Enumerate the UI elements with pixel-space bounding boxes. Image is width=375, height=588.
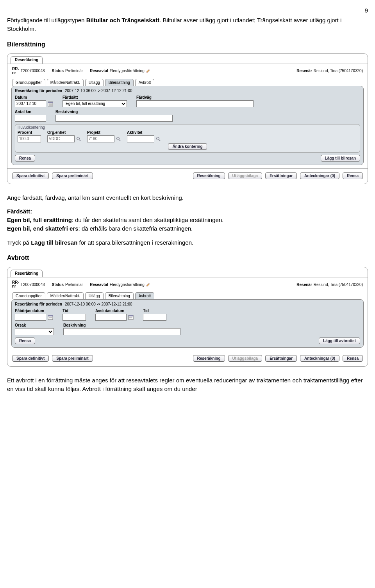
- resenar-label: Resenär: [296, 282, 312, 287]
- tab-reserakning[interactable]: Reseräkning: [11, 270, 43, 277]
- search-icon[interactable]: [76, 137, 81, 141]
- sectionA-para3: Tryck på Lägg till bilresan för att spar…: [7, 238, 368, 247]
- tid2-label: Tid: [143, 309, 166, 313]
- subtab-maltider[interactable]: Måltider/Nattrakt.: [47, 79, 84, 86]
- utlaggsbilaga-button: Utläggsbilaga: [228, 172, 262, 179]
- spara-definitivt-button[interactable]: Spara definitivt: [12, 355, 49, 362]
- sectionA-para1: Ange färdsätt, färdväg, antal km samt ev…: [7, 194, 368, 202]
- beskrivning-input[interactable]: [55, 115, 173, 122]
- subtab-bilersattning[interactable]: Bilersättning: [105, 79, 134, 86]
- paborjas-datum-input[interactable]: [15, 314, 46, 321]
- subtabs: Grunduppgifter Måltider/Nattrakt. Utlägg…: [7, 291, 368, 299]
- reseavtal-value: Flerdygnsförrättning: [110, 282, 145, 287]
- huvudkontering-title: Huvudkontering: [18, 125, 357, 130]
- calendar-icon[interactable]: [128, 314, 134, 320]
- fardsatt-line1-rest: : du får den skattefria samt den skattep…: [72, 217, 224, 223]
- ersattningar-button[interactable]: Ersättningar: [265, 172, 297, 179]
- paborjas-datum-label: Påbörjas datum: [15, 309, 53, 313]
- rensa-button[interactable]: Rensa: [15, 155, 35, 162]
- sectionA-para3-post: för att spara bilersättningen i reseräkn…: [77, 239, 193, 246]
- period-label-text: Reseräkning för perioden: [15, 89, 62, 93]
- header-row: RR- nr T2007000048 Status Preliminär Res…: [7, 64, 368, 77]
- subtab-utlagg[interactable]: Utlägg: [85, 79, 104, 86]
- intro-pre: Förtydligande till utläggstypen: [7, 17, 86, 23]
- header-row: RR- nr T2007000048 Status Preliminär Res…: [7, 277, 368, 291]
- subtab-maltider[interactable]: Måltider/Nattrakt.: [47, 292, 84, 299]
- svg-rect-16: [129, 315, 133, 316]
- status-value: Preliminär: [65, 69, 83, 73]
- subtab-grunduppgifter[interactable]: Grunduppgifter: [12, 79, 45, 86]
- sectionA-para3-pre: Tryck på: [7, 239, 31, 246]
- procent-label: Procent: [18, 130, 41, 135]
- antalkm-input[interactable]: [15, 115, 46, 122]
- subtab-utlagg[interactable]: Utlägg: [85, 292, 104, 299]
- datum-label: Datum: [15, 95, 53, 99]
- svg-line-10: [159, 140, 160, 141]
- aktivitet-input: [127, 135, 154, 142]
- status-value: Preliminär: [65, 282, 83, 287]
- reseavtal-value: Flerdygnsförrättning: [110, 69, 145, 73]
- anteckningar-button[interactable]: Anteckningar (0): [300, 355, 339, 362]
- orsak-label: Orsak: [15, 323, 54, 327]
- subtab-avbrott[interactable]: Avbrott: [135, 292, 155, 299]
- spara-preliminart-button[interactable]: Spara preliminärt: [52, 172, 93, 179]
- fardsatt-select[interactable]: Egen bil, full ersättning: [62, 100, 127, 107]
- status-label: Status: [52, 69, 64, 73]
- fardvag-label: Färdväg: [136, 95, 254, 99]
- rensa-button[interactable]: Rensa: [15, 338, 35, 344]
- period-value: 2007-12-10 06:00 -> 2007-12-12 21:00: [65, 302, 132, 306]
- edit-icon[interactable]: [146, 282, 150, 287]
- ersattningar-button[interactable]: Ersättningar: [265, 355, 297, 362]
- fardsatt-line2-bold: Egen bil, end skattefri ers: [7, 225, 79, 232]
- avslutas-datum-label: Avslutas datum: [95, 309, 134, 313]
- rensa-footer-button[interactable]: Rensa: [343, 172, 363, 179]
- andra-kontering-button[interactable]: Ändra kontering: [168, 143, 207, 150]
- footer-buttons: Spara definitivt Spara preliminärt Reser…: [7, 351, 368, 366]
- projekt-input: [87, 135, 114, 142]
- lagg-till-bilresan-button[interactable]: Lägg till bilresan: [321, 155, 360, 162]
- lagg-till-avbrottet-button[interactable]: Lägg till avbrottet: [319, 338, 360, 344]
- tid2-input[interactable]: [143, 314, 166, 321]
- period-label: Reseräkning för perioden 2007-12-10 06:0…: [15, 302, 360, 306]
- sectionB-paragraph: Ett avbrott i en förrättning måste anges…: [7, 376, 368, 393]
- spara-definitivt-button[interactable]: Spara definitivt: [12, 172, 49, 179]
- avslutas-datum-input[interactable]: [95, 314, 127, 321]
- utlaggsbilaga-button: Utläggsbilaga: [228, 355, 262, 362]
- reserakning-button[interactable]: Reseräkning: [193, 172, 225, 179]
- rensa-footer-button[interactable]: Rensa: [343, 355, 363, 362]
- section-heading-bilersattning: Bilersättning: [7, 41, 368, 48]
- datum-input[interactable]: [15, 100, 46, 107]
- screenshot-avbrott: Reseräkning RR- nr T2007000048 Status Pr…: [7, 267, 368, 367]
- search-icon[interactable]: [116, 137, 121, 141]
- subtab-avbrott[interactable]: Avbrott: [135, 79, 155, 86]
- reserakning-button[interactable]: Reseräkning: [193, 355, 225, 362]
- fardsatt-line1-bold: Egen bil, full ersättning: [7, 217, 72, 223]
- screenshot-bilersattning: Reseräkning RR- nr T2007000048 Status Pr…: [7, 53, 368, 184]
- spara-preliminart-button[interactable]: Spara preliminärt: [52, 355, 93, 362]
- orsak-select[interactable]: [15, 328, 54, 335]
- search-icon[interactable]: [156, 137, 161, 141]
- anteckningar-button[interactable]: Anteckningar (0): [300, 172, 339, 179]
- edit-icon[interactable]: /: [146, 69, 150, 73]
- panel-avbrott: Reseräkning för perioden 2007-12-10 06:0…: [11, 299, 364, 348]
- fardsatt-label: Färdsätt: [62, 95, 127, 99]
- period-label-text: Reseräkning för perioden: [15, 302, 62, 306]
- tid-input[interactable]: [62, 314, 86, 321]
- panel-bilersattning: Reseräkning för perioden 2007-12-10 06:0…: [11, 86, 364, 165]
- svg-rect-1: [48, 102, 53, 103]
- subtab-bilersattning[interactable]: Bilersättning: [105, 292, 134, 299]
- beskrivning-input[interactable]: [63, 328, 180, 335]
- svg-line-8: [119, 140, 120, 141]
- tab-reserakning[interactable]: Reseräkning: [11, 56, 43, 64]
- sectionA-para3-bold: Lägg till bilresan: [31, 239, 77, 246]
- calendar-icon[interactable]: [48, 314, 53, 320]
- rrnr-label: RR- nr: [12, 67, 19, 75]
- section-heading-avbrott: Avbrott: [7, 254, 368, 261]
- procent-input: [18, 135, 41, 142]
- fardvag-input[interactable]: [136, 100, 254, 107]
- sectionA-fardsatt-block: Färdsätt: Egen bil, full ersättning: du …: [7, 207, 368, 233]
- aktivitet-label: Aktivitet: [127, 130, 161, 135]
- subtab-grunduppgifter[interactable]: Grunduppgifter: [12, 292, 45, 299]
- calendar-icon[interactable]: [48, 101, 53, 107]
- subtabs: Grunduppgifter Måltider/Nattrakt. Utlägg…: [7, 77, 368, 86]
